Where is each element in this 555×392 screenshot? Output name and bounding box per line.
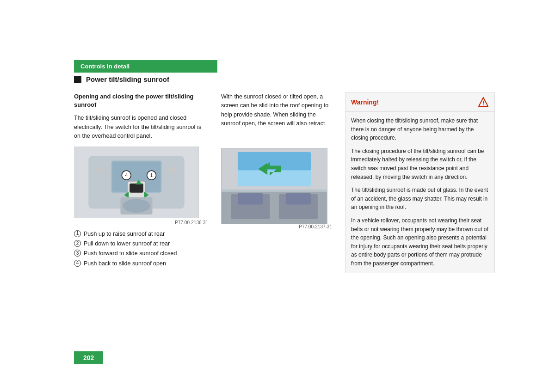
diagram-caption: P77.00-2136-31 <box>74 220 208 225</box>
section-title: Power tilt/sliding sunroof <box>86 75 169 83</box>
list-items: 1 Push up to raise sunroof at rear 2 Pul… <box>74 230 208 269</box>
right-column: Warning! When closing the tilt/sliding s… <box>345 92 495 273</box>
list-text-3: Push forward to slide sunroof closed <box>84 249 177 258</box>
svg-rect-5 <box>130 183 143 192</box>
svg-point-19 <box>169 167 177 174</box>
warning-para-4: In a vehicle rollover, occupants not wea… <box>351 216 489 268</box>
subsection-title: Opening and closing the power tilt/slidi… <box>74 92 208 109</box>
svg-point-18 <box>96 167 104 174</box>
warning-para-3: The tilt/sliding sunroof is made out of … <box>351 186 489 212</box>
photo-caption: P77.00-2137-31 <box>221 224 332 229</box>
warning-triangle-icon <box>478 97 489 108</box>
list-number-4: 4 <box>74 260 81 267</box>
svg-point-36 <box>483 104 484 105</box>
content-area: Opening and closing the power tilt/slidi… <box>74 92 495 273</box>
left-column: Opening and closing the power tilt/slidi… <box>74 92 208 273</box>
sunroof-diagram-box: 1 4 3 2 <box>74 147 199 218</box>
list-number-2: 2 <box>74 240 81 247</box>
warning-header: Warning! <box>345 93 494 112</box>
warning-para-1: When closing the tilt/sliding sunroof, m… <box>351 116 489 142</box>
middle-column: With the sunroof closed or tilted open, … <box>221 92 332 273</box>
warning-title: Warning! <box>351 98 379 106</box>
page-number-box: 202 <box>74 351 103 364</box>
list-text-2: Pull down to lower sunroof at rear <box>84 239 170 248</box>
section-title-bar: Power tilt/sliding sunroof <box>74 75 481 83</box>
svg-rect-26 <box>238 170 311 186</box>
list-item: 4 Push back to slide sunroof open <box>74 259 208 268</box>
svg-text:1: 1 <box>150 172 153 178</box>
list-text-4: Push back to slide sunroof open <box>84 259 166 268</box>
black-square-icon <box>74 76 81 83</box>
sunroof-photo-box <box>221 148 327 224</box>
list-item: 3 Push forward to slide sunroof closed <box>74 249 208 258</box>
list-number-1: 1 <box>74 230 81 237</box>
list-item: 2 Pull down to lower sunroof at rear <box>74 239 208 248</box>
svg-point-21 <box>123 199 150 213</box>
left-body-text: The tilt/sliding sunroof is opened and c… <box>74 114 208 141</box>
list-number-3: 3 <box>74 250 81 257</box>
svg-rect-33 <box>286 193 311 204</box>
list-item: 1 Push up to raise sunroof at rear <box>74 230 208 239</box>
mid-body-text: With the sunroof closed or tilted open, … <box>221 92 332 129</box>
warning-content: When closing the tilt/sliding sunroof, m… <box>345 112 494 273</box>
controls-banner: Controls in detail <box>74 60 217 73</box>
svg-rect-32 <box>238 193 263 204</box>
page-number: 202 <box>83 354 94 361</box>
svg-text:4: 4 <box>125 172 128 178</box>
warning-box: Warning! When closing the tilt/sliding s… <box>345 92 495 273</box>
header-area: Controls in detail Power tilt/sliding su… <box>74 60 481 83</box>
list-text-1: Push up to raise sunroof at rear <box>84 230 165 239</box>
warning-para-2: The closing procedure of the tilt/slidin… <box>351 147 489 181</box>
page-container: Controls in detail Power tilt/sliding su… <box>0 0 555 392</box>
banner-label: Controls in detail <box>80 63 130 70</box>
